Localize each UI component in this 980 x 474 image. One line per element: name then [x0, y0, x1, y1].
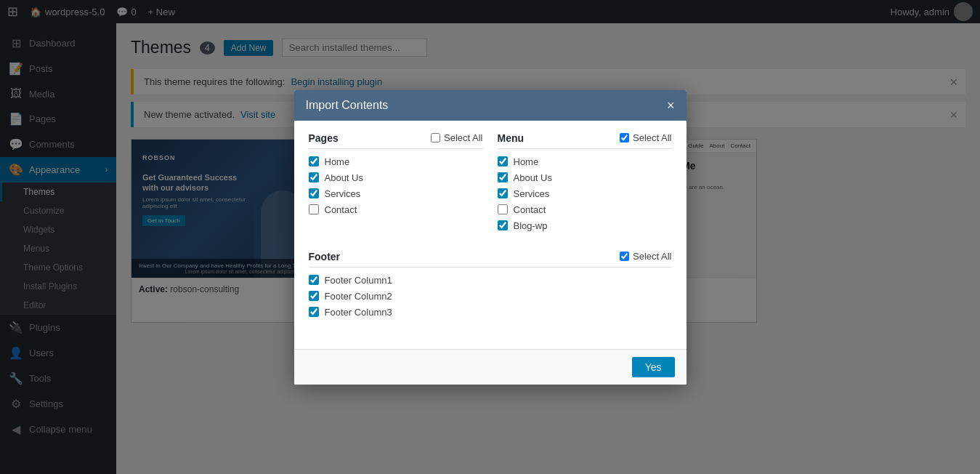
footer-item-col1: Footer Column1 — [309, 275, 672, 286]
page-services-label: Services — [325, 188, 361, 199]
pages-section: Pages Select All Home About Us — [309, 132, 483, 236]
footer-select-all-label: Select All — [633, 251, 671, 262]
pages-item-about-us: About Us — [309, 172, 483, 183]
footer-section-title: Footer — [309, 251, 341, 262]
menu-services-checkbox[interactable] — [498, 188, 508, 198]
page-services-checkbox[interactable] — [309, 188, 319, 198]
menu-select-all-checkbox[interactable] — [620, 133, 629, 142]
footer-item-col3: Footer Column3 — [309, 307, 672, 318]
menu-blog-label: Blog-wp — [514, 220, 548, 231]
menu-item-about-us: About Us — [498, 172, 672, 183]
menu-about-checkbox[interactable] — [498, 172, 508, 182]
modal-footer: Yes — [294, 349, 687, 385]
modal-header: Import Contents × — [294, 90, 687, 121]
menu-home-checkbox[interactable] — [498, 156, 508, 166]
page-contact-checkbox[interactable] — [309, 204, 319, 214]
pages-select-all-checkbox[interactable] — [431, 133, 440, 142]
page-home-checkbox[interactable] — [309, 156, 319, 166]
footer-col3-label: Footer Column3 — [325, 307, 392, 318]
menu-contact-checkbox[interactable] — [498, 204, 508, 214]
modal-close-button[interactable]: × — [667, 99, 675, 112]
modal-body: Pages Select All Home About Us — [294, 121, 687, 349]
footer-select-all-checkbox[interactable] — [620, 252, 629, 261]
pages-item-home: Home — [309, 156, 483, 167]
pages-select-all-label: Select All — [444, 132, 482, 143]
import-grid: Pages Select All Home About Us — [309, 132, 672, 337]
footer-col2-checkbox[interactable] — [309, 291, 319, 301]
menu-services-label: Services — [514, 188, 550, 199]
menu-section-title: Menu — [498, 132, 525, 144]
menu-item-blog-wp: Blog-wp — [498, 220, 672, 231]
menu-item-home: Home — [498, 156, 672, 167]
menu-section: Menu Select All Home About Us — [498, 132, 672, 236]
footer-item-col2: Footer Column2 — [309, 291, 672, 302]
import-contents-modal: Import Contents × Pages Select All — [294, 90, 687, 385]
page-home-label: Home — [325, 156, 350, 167]
menu-about-label: About Us — [514, 172, 552, 183]
footer-col2-label: Footer Column2 — [325, 291, 392, 302]
modal-overlay: Import Contents × Pages Select All — [0, 0, 980, 474]
menu-select-all-label: Select All — [633, 132, 671, 143]
pages-item-contact: Contact — [309, 204, 483, 215]
footer-col3-checkbox[interactable] — [309, 307, 319, 317]
footer-col1-checkbox[interactable] — [309, 275, 319, 285]
yes-button[interactable]: Yes — [632, 357, 675, 377]
menu-item-services: Services — [498, 188, 672, 199]
footer-section: Footer Select All Footer Column1 Footer … — [309, 251, 672, 323]
menu-home-label: Home — [514, 156, 539, 167]
footer-col1-label: Footer Column1 — [325, 275, 392, 286]
menu-blog-checkbox[interactable] — [498, 220, 508, 230]
menu-item-contact: Contact — [498, 204, 672, 215]
pages-item-services: Services — [309, 188, 483, 199]
page-contact-label: Contact — [325, 204, 357, 215]
page-about-label: About Us — [325, 172, 363, 183]
modal-title: Import Contents — [306, 99, 389, 112]
pages-section-title: Pages — [309, 132, 339, 144]
page-about-checkbox[interactable] — [309, 172, 319, 182]
menu-contact-label: Contact — [514, 204, 546, 215]
